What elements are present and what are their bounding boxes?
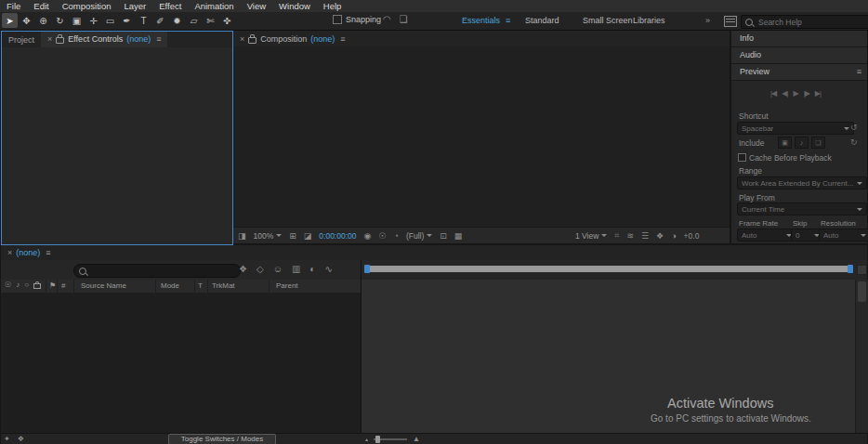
roto-brush-tool[interactable]: ✄ [203, 13, 218, 28]
timeline-zoom-slider[interactable] [374, 438, 407, 440]
mini-flowchart-icon[interactable]: ❖ [239, 264, 247, 274]
toggle-switches-modes-button[interactable]: Toggle Switches / Modes [168, 434, 276, 444]
frame-rate-select[interactable]: Auto [737, 229, 796, 242]
magnification-select[interactable]: 100% [254, 231, 283, 241]
flowchart-icon[interactable]: ❖ [656, 231, 664, 241]
menu-edit[interactable]: Edit [27, 0, 55, 12]
exposure-value[interactable]: +0.0 [684, 231, 700, 241]
preview-panel-header[interactable]: Preview ≡ [731, 64, 867, 81]
zoom-slider-thumb[interactable] [375, 436, 380, 443]
range-select[interactable]: Work Area Extended By Current... [737, 176, 867, 189]
timeline-vertical-scrollbar[interactable] [855, 280, 868, 433]
lock-icon[interactable] [56, 37, 64, 44]
work-area-start-handle[interactable] [364, 265, 370, 273]
workspace-small-screen[interactable]: Small Screen [583, 12, 633, 30]
panel-menu-icon[interactable]: ≡ [46, 248, 50, 257]
cache-before-playback-checkbox[interactable] [738, 153, 746, 162]
eraser-tool[interactable]: ▱ [186, 13, 202, 28]
menu-animation[interactable]: Animation [188, 0, 240, 12]
loop-icon[interactable]: ↻ [850, 137, 858, 147]
panel-menu-icon[interactable]: ≡ [340, 34, 345, 44]
workspace-menu-icon[interactable]: ≡ [506, 12, 510, 30]
draft-3d-icon[interactable]: ◇ [256, 264, 264, 274]
tab-composition[interactable]: × Composition (none) ≡ [233, 31, 352, 46]
tab-timeline[interactable]: × (none) ≡ [1, 245, 58, 260]
view-layout-select[interactable]: 1 View [575, 231, 607, 241]
menu-view[interactable]: View [241, 0, 272, 12]
play-button[interactable]: ▶ [793, 89, 797, 98]
tab-effect-controls[interactable]: × Effect Controls (none) ≡ [41, 32, 167, 48]
channels-icon[interactable]: ◔ [393, 231, 398, 241]
info-panel-header[interactable]: Info [731, 31, 867, 47]
rotation-tool[interactable]: ↻ [52, 13, 68, 28]
brush-tool[interactable]: ✐ [152, 13, 168, 28]
puppet-pin-tool[interactable]: ✜ [219, 13, 235, 28]
grid-guides-icon[interactable]: ⊞ [289, 231, 296, 241]
resolution-select[interactable]: (Full) [406, 231, 432, 241]
panel-menu-icon[interactable]: ≡ [156, 34, 161, 44]
play-from-select[interactable]: Current Time [737, 202, 867, 215]
show-snapshot-icon[interactable]: ☉ [378, 231, 386, 241]
tab-project[interactable]: Project [2, 32, 41, 47]
pan-behind-tool[interactable]: ✛ [85, 13, 101, 28]
zoom-tool[interactable]: ⊕ [35, 13, 51, 28]
snapping-checkbox[interactable] [333, 15, 342, 24]
always-preview-icon[interactable]: ◨ [238, 231, 246, 241]
close-icon[interactable]: × [47, 34, 52, 44]
fast-previews-icon[interactable]: ≋ [626, 231, 634, 241]
reset-icon[interactable]: ↺ [850, 123, 858, 132]
clone-stamp-tool[interactable]: ✹ [169, 13, 185, 28]
frame-blend-icon[interactable]: ▥ [292, 264, 300, 274]
search-help-field[interactable] [741, 15, 868, 29]
preview-resolution-select[interactable]: Auto [819, 229, 868, 242]
mask-visibility-icon[interactable]: ◪ [304, 231, 312, 241]
close-icon[interactable]: × [240, 34, 244, 44]
first-frame-button[interactable]: |◀ [770, 89, 776, 98]
pen-tool[interactable]: ✒ [119, 13, 135, 28]
timeline-search-input[interactable] [90, 266, 235, 277]
menu-help[interactable]: Help [317, 0, 349, 12]
snapshot-icon[interactable]: ◉ [364, 231, 372, 241]
include-video-icon[interactable]: ▣ [778, 137, 792, 149]
layer-switches-icon[interactable]: ✦ [4, 435, 10, 443]
shape-tool[interactable]: ▭ [102, 13, 118, 28]
pixel-aspect-icon[interactable]: ⌗ [614, 230, 619, 241]
menu-window[interactable]: Window [272, 0, 317, 12]
workspace-standard[interactable]: Standard [525, 12, 559, 30]
search-help-input[interactable] [756, 17, 868, 28]
include-audio-icon[interactable]: ♪ [795, 137, 809, 149]
comp-marker-bin-button[interactable] [857, 265, 867, 275]
type-tool[interactable]: T [136, 13, 151, 28]
snap-extend-icon[interactable]: ❑ [400, 14, 408, 24]
zoom-in-icon[interactable]: ▲ [413, 435, 420, 443]
workspace-essentials[interactable]: Essentials [462, 12, 500, 30]
close-icon[interactable]: × [7, 248, 12, 257]
work-area-bar[interactable] [365, 266, 852, 272]
graph-editor-icon[interactable]: ∿ [324, 264, 332, 274]
previous-frame-button[interactable]: ◀| [782, 89, 787, 98]
selection-tool[interactable]: ➤ [2, 13, 18, 28]
roi-icon[interactable]: ⊡ [440, 231, 447, 241]
workspace-switcher-icon[interactable] [724, 16, 737, 27]
snapping-control[interactable]: Snapping [333, 15, 381, 24]
work-area-end-handle[interactable] [848, 265, 853, 273]
include-overlays-icon[interactable]: ❏ [811, 137, 825, 149]
menu-composition[interactable]: Composition [56, 0, 118, 12]
panel-menu-icon[interactable]: ≡ [857, 64, 861, 79]
timeline-button-icon[interactable]: ☰ [641, 231, 649, 241]
menu-layer[interactable]: Layer [118, 0, 153, 12]
unified-camera-tool[interactable]: ▣ [69, 13, 85, 28]
timeline-search-field[interactable] [73, 264, 241, 278]
next-frame-button[interactable]: |▶ [804, 89, 809, 98]
audio-panel-header[interactable]: Audio [731, 47, 867, 64]
reset-exposure-icon[interactable]: ◑ [671, 231, 676, 241]
menu-effect[interactable]: Effect [152, 0, 188, 12]
hand-tool[interactable]: ✥ [19, 13, 34, 28]
last-frame-button[interactable]: ▶| [815, 89, 821, 98]
zoom-out-icon[interactable]: ▴ [365, 436, 368, 442]
current-time-display[interactable]: 0:00:00:00 [319, 231, 356, 241]
transparency-grid-icon[interactable]: ▦ [454, 231, 463, 241]
lock-icon[interactable] [248, 37, 256, 44]
workspace-overflow-icon[interactable]: » [705, 12, 710, 30]
scrollbar-thumb[interactable] [858, 281, 866, 302]
